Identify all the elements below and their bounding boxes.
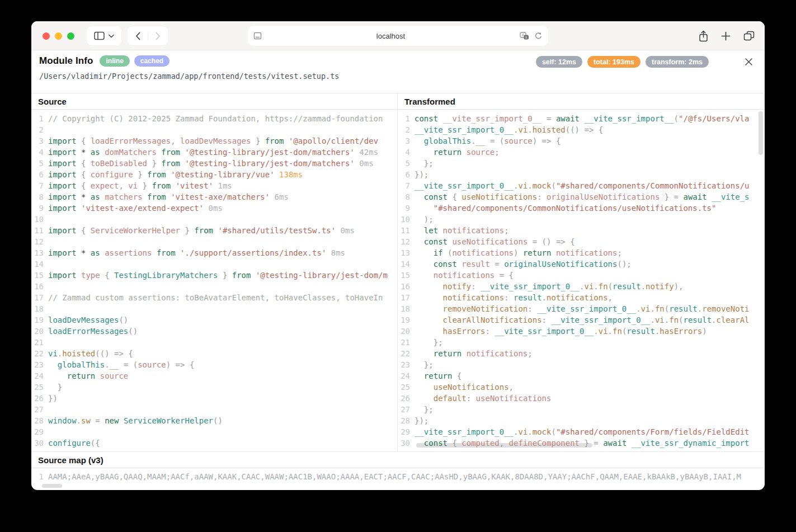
code-text: return source	[48, 370, 397, 382]
code-text: loadErrorMessages()	[48, 326, 397, 337]
code-token	[415, 394, 434, 403]
code-text: notify: __vite_ssr_import_0__.vi.fn(resu…	[415, 281, 765, 292]
code-token: 'vitest'	[171, 181, 213, 190]
line-number: 29	[31, 426, 48, 437]
new-tab-icon[interactable]	[721, 31, 731, 41]
source-code-area[interactable]: 1// Copyright (C) 2012-2025 Zammad Found…	[31, 110, 397, 451]
zoom-window-button[interactable]	[67, 32, 74, 40]
line-number: 30	[398, 437, 415, 449]
code-token: }	[133, 170, 143, 179]
code-token: ;	[494, 148, 499, 157]
code-token: hasErrors	[660, 327, 702, 336]
reload-icon[interactable]	[534, 32, 543, 40]
close-window-button[interactable]	[43, 32, 50, 40]
code-token	[415, 304, 443, 313]
code-token: import	[48, 181, 77, 190]
code-text	[48, 258, 397, 270]
code-token: vi	[584, 282, 594, 291]
sourcemap-scrollbar-thumb[interactable]	[42, 484, 62, 488]
code-line: 4 return source;	[398, 147, 765, 158]
code-token: window	[48, 416, 77, 425]
code-token: 0ms	[336, 226, 355, 235]
code-token: useNotifications	[448, 237, 527, 246]
code-line: 11 let notifications;	[398, 225, 765, 236]
sidebar-icon	[94, 31, 105, 40]
share-icon[interactable]	[699, 30, 708, 42]
translate-icon[interactable]: A x	[520, 32, 529, 40]
code-token: const	[424, 439, 448, 448]
line-number: 14	[31, 258, 48, 270]
code-text: import 'vitest-axe/extend-expect' 0ms	[48, 203, 397, 214]
code-token	[415, 148, 434, 157]
code-token: vi	[48, 349, 58, 358]
line-number: 1	[398, 113, 415, 124]
code-line: 3import { loadErrorMessages, loadDevMess…	[31, 135, 397, 147]
line-number: 14	[398, 258, 415, 270]
code-line: 13import * as assertions from './support…	[31, 247, 397, 258]
code-token: 0ms	[204, 204, 223, 213]
code-token: notifications	[547, 293, 608, 302]
code-token: notifications	[438, 226, 504, 235]
code-token: notify	[443, 282, 472, 291]
url-text[interactable]: localhost	[262, 32, 520, 40]
code-line: 4import * as domMatchers from '@testing-…	[31, 147, 397, 158]
code-token	[415, 215, 424, 224]
transformed-code-area[interactable]: 1const __vite_ssr_import_0__ = await __v…	[398, 110, 765, 451]
code-token: .	[712, 316, 716, 324]
minimize-window-button[interactable]	[55, 32, 62, 40]
line-number: 17	[31, 292, 48, 303]
code-token: // Copyright (C) 2012-2025 Zammad Founda…	[48, 114, 383, 123]
code-token: __vite_ssr_import_0__	[494, 327, 594, 336]
line-number: 20	[31, 326, 48, 337]
code-text: removeNotification: __vite_ssr_import_0_…	[415, 303, 765, 314]
code-line: 19loadDevMessages()	[31, 314, 397, 326]
code-token: await	[551, 114, 580, 123]
code-text: })	[48, 393, 397, 404]
code-token: globalThis	[424, 136, 471, 145]
code-token: =	[490, 260, 500, 269]
tab-overview-icon[interactable]	[743, 31, 755, 41]
code-line: 14 const result = originalUseNotificatio…	[398, 258, 765, 270]
code-token: *	[77, 192, 86, 201]
code-token: ()	[213, 416, 223, 425]
code-token: {	[77, 159, 86, 168]
code-token: from	[147, 181, 171, 190]
code-text: __vite_ssr_import_0__.vi.hoisted(() => {	[415, 124, 765, 135]
line-number: 26	[398, 393, 415, 404]
sidebar-toggle-button[interactable]	[87, 26, 121, 45]
close-module-button[interactable]	[742, 55, 755, 68]
code-text: const useNotifications = () => {	[415, 236, 765, 247]
code-token: "#shared/components/Form/fields/FieldEdi…	[556, 427, 750, 436]
code-token: .	[105, 360, 109, 369]
code-text: import { expect, vi } from 'vitest' 1ms	[48, 180, 397, 191]
code-line: 18	[31, 303, 397, 314]
code-token: loadErrorMessages	[48, 327, 128, 336]
code-token: removeNoti	[702, 304, 749, 313]
line-number: 7	[398, 180, 415, 191]
forward-button[interactable]	[148, 32, 167, 40]
line-number: 6	[31, 169, 48, 180]
back-button[interactable]	[128, 32, 148, 40]
code-token	[415, 349, 434, 358]
code-token: notifications	[434, 271, 495, 280]
sourcemap-section: Source map (v3) 1 AAMA;AAeA,yBAAG,QAAQ,M…	[31, 451, 765, 489]
code-token: from	[143, 170, 166, 179]
code-token: result	[514, 293, 542, 302]
code-line: 12 const useNotifications = () => {	[398, 236, 765, 247]
code-token: let	[424, 226, 438, 235]
code-text: import { toBeDisabled } from '@testing-l…	[48, 158, 397, 169]
url-field[interactable]: localhost A x	[248, 26, 548, 46]
code-token: source	[504, 136, 533, 145]
page-settings-icon[interactable]	[253, 32, 262, 40]
code-token: :	[485, 327, 494, 336]
code-token: result	[613, 282, 641, 291]
code-token: loadDevMessages	[180, 136, 251, 145]
code-text: useNotifications,	[415, 382, 765, 393]
code-line: 16 notify: __vite_ssr_import_0__.vi.fn(r…	[398, 281, 765, 292]
code-text: hasErrors: __vite_ssr_import_0__.vi.fn(r…	[415, 326, 765, 337]
code-token	[415, 226, 424, 235]
metric-pill: total: 193ms	[587, 56, 640, 68]
code-token: source	[461, 148, 494, 157]
code-token: ,	[171, 136, 180, 145]
code-line: 29__vite_ssr_import_0__.vi.mock("#shared…	[398, 426, 765, 437]
